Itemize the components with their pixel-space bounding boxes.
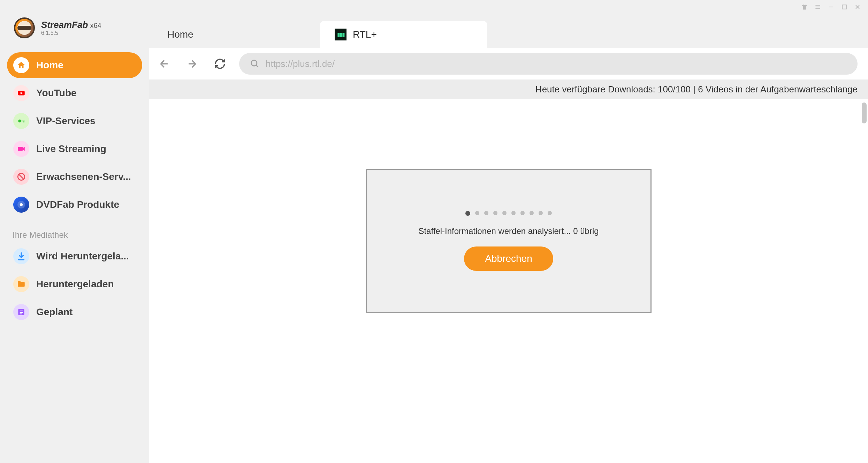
sidebar: StreamFab x64 6.1.5.5 Home YouTube [0,0,149,463]
sidebar-item-label: Geplant [36,306,73,318]
scrollbar-thumb[interactable] [862,103,867,123]
forward-button[interactable] [183,55,201,73]
sidebar-section-label: Ihre Mediathek [0,218,149,243]
sidebar-item-downloaded[interactable]: Heruntergeladen [7,271,142,297]
sidebar-item-planned[interactable]: Geplant [7,299,142,325]
tab-home[interactable]: Home [153,21,320,48]
tab-label: Home [167,29,193,40]
rtlplus-favicon-icon: ▮▮▮ [335,29,347,40]
sidebar-item-vip[interactable]: VIP-Services [7,108,142,134]
brand-logo-icon [14,17,35,38]
hamburger-menu-icon[interactable] [814,3,821,10]
brand-name: StreamFab [41,20,88,30]
sidebar-item-label: Heruntergeladen [36,279,114,290]
url-input[interactable] [266,59,847,69]
sidebar-item-label: DVDFab Produkte [36,199,119,210]
status-text: Heute verfügbare Downloads: 100/100 | 6 … [535,84,858,95]
sidebar-item-label: VIP-Services [36,115,96,127]
sidebar-item-label: Erwachsenen-Serv... [36,171,131,182]
download-icon [13,248,29,264]
reload-button[interactable] [211,55,229,73]
brand-version: 6.1.5.5 [41,30,101,36]
modal-message: Staffel-Informationen werden analysiert.… [418,226,599,236]
home-icon [13,57,29,73]
brand-arch: x64 [90,22,101,29]
svg-point-15 [20,203,23,206]
sidebar-item-label: Wird Heruntergela... [36,251,129,262]
sidebar-item-label: Live Streaming [36,143,106,154]
sidebar-item-label: YouTube [36,88,77,99]
main-area: Home ▮▮▮ RTL+ [149,0,868,463]
camera-icon [13,141,29,157]
back-button[interactable] [155,55,173,73]
sidebar-item-downloading[interactable]: Wird Heruntergela... [7,243,142,269]
app-window: StreamFab x64 6.1.5.5 Home YouTube [0,0,868,463]
analysis-modal: Staffel-Informationen werden analysiert.… [366,169,652,313]
youtube-icon [13,85,29,101]
svg-point-8 [18,120,21,123]
brand: StreamFab x64 6.1.5.5 [0,17,149,52]
sidebar-item-dvdfab[interactable]: DVDFab Produkte [7,192,142,218]
tab-label: RTL+ [353,29,377,40]
nav-primary: Home YouTube VIP-Services Live Streaming [0,52,149,218]
spinner-icon [465,211,552,216]
tab-rtlplus[interactable]: ▮▮▮ RTL+ [320,21,487,48]
search-icon [250,59,259,69]
svg-line-13 [18,174,24,179]
maximize-icon[interactable] [841,3,848,10]
cancel-button[interactable]: Abbrechen [464,246,553,271]
sidebar-item-youtube[interactable]: YouTube [7,80,142,106]
nav-library: Wird Heruntergela... Heruntergeladen Gep… [0,243,149,325]
minimize-icon[interactable] [828,3,835,10]
browser-toolbar [149,48,868,79]
svg-line-21 [256,65,258,67]
close-icon[interactable] [854,3,861,10]
sidebar-item-home[interactable]: Home [7,52,142,78]
window-controls [794,0,868,14]
svg-rect-4 [842,5,846,9]
sidebar-item-adult[interactable]: Erwachsenen-Serv... [7,164,142,190]
svg-rect-10 [24,121,24,122]
address-bar[interactable] [239,53,858,75]
content-area: Staffel-Informationen werden analysiert.… [149,99,868,463]
folder-icon [13,276,29,292]
tab-strip: Home ▮▮▮ RTL+ [149,0,868,48]
svg-rect-11 [18,147,23,151]
svg-point-20 [251,60,257,66]
dvdfab-icon [13,197,29,213]
sidebar-item-label: Home [36,60,63,71]
tshirt-icon[interactable] [801,3,808,10]
list-icon [13,304,29,320]
status-bar: Heute verfügbare Downloads: 100/100 | 6 … [149,79,868,99]
sidebar-item-live[interactable]: Live Streaming [7,136,142,162]
adult-blocked-icon [13,169,29,185]
key-icon [13,113,29,129]
